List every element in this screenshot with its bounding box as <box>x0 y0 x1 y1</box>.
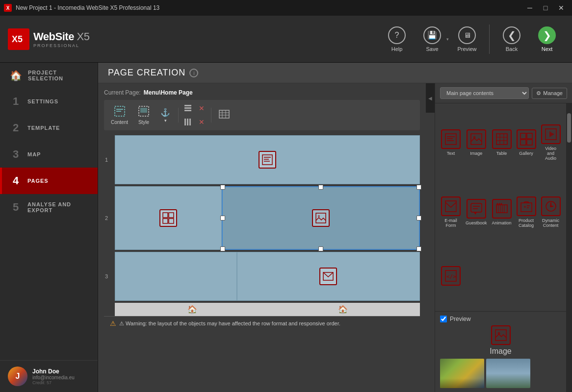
editor-toolbar: Content Style ⚓ ▾ <box>104 100 420 130</box>
info-icon[interactable]: i <box>189 69 198 77</box>
content-body: Current Page: Menu\Home Page Content <box>98 83 572 392</box>
sidebar-item-settings[interactable]: 1 SETTINGS <box>0 88 98 115</box>
html-code-widget-icon: </> <box>441 266 461 286</box>
align-cols-btn[interactable] <box>182 116 194 128</box>
content-tool[interactable]: Content <box>107 104 132 127</box>
resize-br[interactable] <box>416 246 421 251</box>
svg-point-55 <box>496 203 498 204</box>
back-label: Back <box>506 46 518 52</box>
maximize-button[interactable]: □ <box>539 1 552 15</box>
logo-text: WebSite X5 PROFESSIONAL <box>33 30 89 48</box>
next-button[interactable]: ❯ Next <box>530 22 564 56</box>
style-icon <box>138 106 149 119</box>
text-widget-icon <box>441 129 461 149</box>
sidebar-label-pages: PAGES <box>27 178 49 184</box>
align-rows-btn[interactable] <box>182 102 194 115</box>
sidebar-item-analyse-export[interactable]: 5 ANALYSE ANDEXPORT <box>0 194 98 220</box>
widget-image[interactable]: Image <box>464 107 489 178</box>
svg-rect-45 <box>445 201 456 212</box>
header-tools: ? Help 💾 Save ▾ 🖥 Preview ❮ Back ❯ Next <box>380 22 564 56</box>
resize-tm[interactable] <box>318 185 323 190</box>
widget-video-audio[interactable]: Video andAudio <box>539 107 563 178</box>
resize-bm[interactable] <box>318 246 323 251</box>
email-cell-icon <box>319 268 337 285</box>
bottom-icon-2[interactable]: 🏠 <box>338 305 348 314</box>
sidebar-item-pages[interactable]: 4 PAGES <box>0 168 98 194</box>
save-button[interactable]: 💾 Save <box>415 22 449 56</box>
svg-rect-50 <box>496 205 507 213</box>
panel-toolbar: Main page contents ⚙ Manage <box>435 83 572 103</box>
preview-widget-icon <box>491 325 511 345</box>
bottom-icon-1[interactable]: 🏠 <box>187 305 197 314</box>
svg-rect-41 <box>520 140 526 145</box>
main-page-select[interactable]: Main page contents <box>440 87 529 99</box>
title-bar-controls: ─ □ ✕ <box>523 1 568 15</box>
delete-row-btn[interactable]: ✕ <box>195 102 208 115</box>
html-table-tool[interactable] <box>214 108 234 122</box>
manage-label: Manage <box>543 90 563 96</box>
widget-table[interactable]: Table <box>490 107 514 178</box>
row-num-1: 1 <box>105 157 108 163</box>
warning-bar: ⚠ ⚠ Warning: the layout of the objects m… <box>104 316 420 330</box>
style-tool[interactable]: Style <box>134 104 154 127</box>
sidebar-label-project: PROJECTSELECTION <box>28 70 63 81</box>
resize-ml[interactable] <box>220 216 225 220</box>
page-cell-2-1[interactable] <box>115 186 222 250</box>
back-button[interactable]: ❮ Back <box>494 22 529 56</box>
preview-checkbox[interactable] <box>440 316 447 322</box>
page-cell-1-1[interactable] <box>115 135 420 184</box>
svg-rect-42 <box>527 140 532 145</box>
resize-tl[interactable] <box>220 185 225 190</box>
content-icon <box>114 106 125 119</box>
sidebar-item-map[interactable]: 3 MAP <box>0 141 98 168</box>
resize-tr[interactable] <box>416 185 421 190</box>
close-button[interactable]: ✕ <box>554 1 568 15</box>
anchor-tool[interactable]: ⚓ ▾ <box>156 106 175 125</box>
sidebar-item-template[interactable]: 2 TEMPLATE <box>0 115 98 141</box>
user-name: John Doe <box>32 368 75 375</box>
preview-section: Preview Image <box>435 311 566 392</box>
widget-html-code[interactable]: </> <box>439 246 463 307</box>
sidebar-num-4: 4 <box>10 174 22 187</box>
resize-bl[interactable] <box>220 246 225 251</box>
widget-gallery[interactable]: Gallery <box>515 107 538 178</box>
page-cell-3-empty[interactable] <box>115 252 237 301</box>
svg-rect-39 <box>520 133 526 139</box>
manage-button[interactable]: ⚙ Manage <box>532 88 567 99</box>
sidebar-num-5: 5 <box>10 201 22 214</box>
resize-mr[interactable] <box>416 216 421 220</box>
widget-guestbook[interactable]: Guestbook <box>464 179 489 245</box>
minimize-button[interactable]: ─ <box>523 1 537 15</box>
scrollbar-thumb[interactable] <box>567 113 571 143</box>
current-page-bar: Current Page: Menu\Home Page <box>104 89 420 96</box>
collapse-panel-button[interactable]: ◀ <box>426 83 435 113</box>
preview-button[interactable]: 🖥 Preview <box>450 22 484 56</box>
scrollbar-track[interactable] <box>566 103 572 392</box>
svg-text:X5: X5 <box>12 34 23 44</box>
title-bar-left: X New Project 1 - Incomedia WebSite X5 P… <box>4 4 159 12</box>
sidebar-num-2: 2 <box>10 122 22 134</box>
sidebar-user[interactable]: J John Doe info@incomedia.eu Credit: 57 <box>0 360 98 392</box>
widget-text[interactable]: Text <box>439 107 463 178</box>
preview-img-2 <box>486 359 530 388</box>
image-cell-icon <box>312 209 330 227</box>
preview-icon: 🖥 <box>458 26 476 44</box>
gallery-cell-icon <box>159 209 177 227</box>
email-form-widget-icon <box>441 196 461 216</box>
delete-col-btn[interactable]: ✕ <box>195 116 208 128</box>
sidebar-item-project-selection[interactable]: 🏠 PROJECTSELECTION <box>0 63 98 88</box>
page-cell-2-2[interactable] <box>222 186 420 250</box>
widget-product-catalog[interactable]: ProductCatalog <box>515 179 538 245</box>
svg-rect-5 <box>140 108 147 113</box>
widget-animation[interactable]: Animation <box>490 179 514 245</box>
guestbook-widget-label: Guestbook <box>466 220 487 225</box>
widget-dynamic-content[interactable]: DynamicContent <box>539 179 563 245</box>
main-layout: 🏠 PROJECTSELECTION 1 SETTINGS 2 TEMPLATE… <box>0 63 572 392</box>
dynamic-content-widget-label: DynamicContent <box>542 218 559 228</box>
svg-rect-24 <box>169 219 174 223</box>
help-button[interactable]: ? Help <box>380 22 414 56</box>
svg-rect-25 <box>316 213 326 223</box>
widget-email-form[interactable]: E-mailForm <box>439 179 463 245</box>
product-catalog-widget-label: ProductCatalog <box>519 218 534 228</box>
page-cell-3-1[interactable] <box>237 252 420 301</box>
